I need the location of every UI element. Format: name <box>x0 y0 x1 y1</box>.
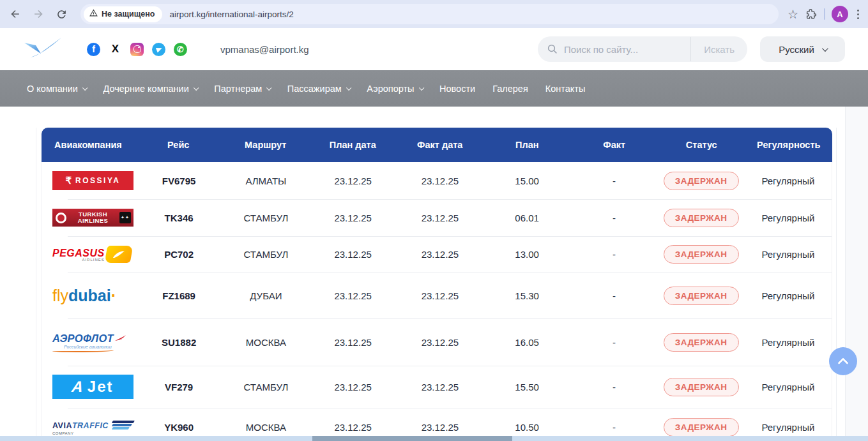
status-cell: ЗАДЕРЖАН <box>658 172 745 190</box>
chevron-down-icon <box>194 85 199 90</box>
col-airline: Авиакомпания <box>42 140 135 150</box>
telegram-icon[interactable] <box>152 43 165 56</box>
extensions-icon[interactable] <box>805 8 818 20</box>
nav-item-contacts[interactable]: Контакты <box>545 84 586 94</box>
regularity: Регулярный <box>745 176 832 186</box>
plan-date: 23.12.25 <box>310 422 397 433</box>
plan-time: 13.00 <box>483 249 570 260</box>
plan-date: 23.12.25 <box>310 249 397 260</box>
plan-time: 15.00 <box>483 176 570 186</box>
browser-toolbar: Не защищено airport.kg/international-air… <box>0 0 868 28</box>
nav-item-gallery[interactable]: Галерея <box>492 84 528 94</box>
airline-logo-pegasus: PEGASUSAIRLINES <box>42 246 135 263</box>
aviatraffic-stripes-icon <box>112 421 134 430</box>
star-patch-icon <box>119 212 131 223</box>
regularity: Регулярный <box>745 249 832 260</box>
col-status: Статус <box>658 140 745 150</box>
nav-item-subsidiaries[interactable]: Дочерние компании <box>103 84 197 94</box>
col-route: Маршрут <box>222 140 310 150</box>
plan-time: 06.01 <box>483 213 570 223</box>
status-cell: ЗАДЕРЖАН <box>658 418 745 437</box>
security-chip[interactable]: Не защищено <box>84 6 162 22</box>
contact-email[interactable]: vpmanas@airport.kg <box>220 44 309 55</box>
site-logo[interactable] <box>23 36 63 62</box>
search-icon <box>547 43 558 55</box>
status-badge: ЗАДЕРЖАН <box>664 287 739 305</box>
warning-icon <box>89 9 98 19</box>
fact-date: 23.12.25 <box>397 249 483 260</box>
bookmark-star-icon[interactable]: ☆ <box>788 8 798 20</box>
whatsapp-icon[interactable]: ✆ <box>174 43 187 56</box>
horizontal-scrollbar-thumb[interactable] <box>312 436 512 441</box>
fact-date: 23.12.25 <box>397 382 483 392</box>
status-cell: ЗАДЕРЖАН <box>658 378 745 396</box>
page-scrollbar-track[interactable] <box>845 107 868 441</box>
chevron-down-icon <box>346 85 351 90</box>
fact-date: 23.12.25 <box>397 337 483 348</box>
language-label: Русский <box>779 44 814 55</box>
reload-icon[interactable] <box>51 4 72 24</box>
nav-item-news[interactable]: Новости <box>439 84 475 94</box>
status-badge: ЗАДЕРЖАН <box>664 418 739 437</box>
route: МОСКВА <box>222 422 309 433</box>
language-selector[interactable]: Русский <box>760 36 845 62</box>
status-cell: ЗАДЕРЖАН <box>658 245 745 264</box>
horizontal-scrollbar[interactable] <box>0 436 868 441</box>
route: СТАМБУЛ <box>222 382 309 392</box>
col-flight: Рейс <box>135 140 222 150</box>
regularity: Регулярный <box>745 213 832 223</box>
plan-date: 23.12.25 <box>310 382 397 392</box>
table-row: flydubai· FZ1689 ДУБАИ 23.12.25 23.12.25… <box>42 273 832 318</box>
back-icon[interactable] <box>5 4 26 24</box>
pegasus-bird-icon <box>104 246 133 263</box>
search-input[interactable] <box>564 44 690 55</box>
menu-kebab-icon[interactable] <box>855 7 862 22</box>
flight-number: FZ1689 <box>135 290 222 301</box>
nav-item-passengers[interactable]: Пассажирам <box>287 84 349 94</box>
security-chip-label: Не защищено <box>102 10 155 19</box>
turkish-emblem-icon <box>56 213 66 223</box>
col-plan: План <box>483 140 571 150</box>
fact-date: 23.12.25 <box>397 176 483 186</box>
instagram-icon[interactable] <box>130 43 144 56</box>
facebook-icon[interactable]: f <box>87 43 100 56</box>
nav-item-about[interactable]: О компании <box>27 84 86 94</box>
profile-avatar[interactable]: A <box>832 6 848 22</box>
site-header: f X ✆ vpmanas@airport.kg Искать Русский <box>0 28 868 70</box>
plan-date: 23.12.25 <box>310 337 397 348</box>
plan-time: 15.50 <box>483 382 570 392</box>
chevron-up-icon <box>838 357 849 368</box>
plan-date: 23.12.25 <box>310 176 397 186</box>
table-header: Авиакомпания Рейс Маршрут План дата Факт… <box>42 128 832 162</box>
aeroflot-flag-icon <box>115 335 126 342</box>
status-badge: ЗАДЕРЖАН <box>664 209 739 227</box>
fact-time: - <box>570 249 657 260</box>
airline-logo-flydubai: flydubai· <box>42 287 135 305</box>
url-text[interactable]: airport.kg/international-airports/2 <box>169 10 293 19</box>
table-row: TURKISHAIRLINES TK346 СТАМБУЛ 23.12.25 2… <box>42 199 832 236</box>
forward-icon[interactable] <box>28 4 49 24</box>
fact-date: 23.12.25 <box>397 422 483 433</box>
chevron-down-icon <box>822 45 828 52</box>
route: АЛМАТЫ <box>222 176 309 186</box>
fact-time: - <box>570 176 657 186</box>
nav-item-airports[interactable]: Аэропорты <box>367 84 422 94</box>
fact-time: - <box>570 213 657 223</box>
route: СТАМБУЛ <box>222 249 309 260</box>
regularity: Регулярный <box>745 337 832 348</box>
airline-logo-aeroflot: АЭРОФЛОТ Российские авиалинии <box>42 333 135 352</box>
status-badge: ЗАДЕРЖАН <box>664 172 739 190</box>
table-body: ₹ROSSIYA FV6795 АЛМАТЫ 23.12.25 23.12.25… <box>42 162 832 441</box>
plan-time: 16.05 <box>483 337 570 348</box>
plan-date: 23.12.25 <box>310 213 397 223</box>
nav-item-partners[interactable]: Партнерам <box>214 84 270 94</box>
x-twitter-icon[interactable]: X <box>109 43 122 56</box>
airline-logo-ajet: AJet <box>42 375 135 399</box>
search-button[interactable]: Искать <box>691 44 747 55</box>
flight-table: Авиакомпания Рейс Маршрут План дата Факт… <box>42 128 832 441</box>
plan-time: 10.50 <box>483 422 570 433</box>
address-bar[interactable]: Не защищено airport.kg/international-air… <box>80 4 779 24</box>
scroll-to-top-button[interactable] <box>829 347 857 375</box>
plan-time: 15.30 <box>483 290 570 301</box>
flight-number: PC702 <box>135 249 222 260</box>
